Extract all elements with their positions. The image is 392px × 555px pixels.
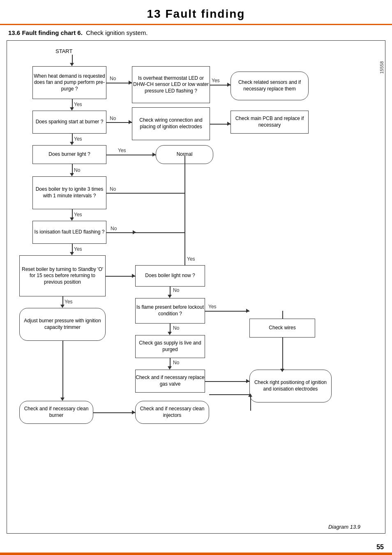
- node-n14: Is flame present before lockout conditio…: [135, 298, 205, 324]
- label-no-n7: No: [74, 167, 80, 173]
- start-label: START: [55, 48, 72, 54]
- label-no-n4: No: [110, 116, 116, 121]
- label-yes-n9: Yes: [74, 212, 82, 217]
- node-n13: Adjust burner pressure with ignition cap…: [19, 308, 106, 341]
- node-n10: Is ionisation fault LED flashing ?: [32, 221, 106, 244]
- section-subtitle: Check ignition system.: [86, 29, 148, 36]
- label-no-n9: No: [110, 186, 116, 192]
- label-yes-n1: Yes: [74, 102, 82, 107]
- node-n17: Check and if necessary replace gas valve: [135, 370, 205, 393]
- side-number: 15558: [379, 61, 384, 74]
- node-n11: Reset boiler by turning to Standby 'O' f…: [19, 255, 106, 296]
- page-number: 55: [376, 543, 384, 551]
- label-no-n12: No: [173, 287, 179, 293]
- label-no-n1: No: [110, 76, 116, 81]
- node-n4: Does sparking start at burner ?: [32, 111, 106, 134]
- node-n3: Check related sensors and if necessary r…: [231, 72, 309, 100]
- label-yes-n14: Yes: [208, 304, 217, 310]
- label-yes-n4: Yes: [74, 136, 82, 142]
- section-title: Fault finding chart 6.: [22, 29, 83, 36]
- node-n19: Check and if necessary clean burner: [19, 401, 93, 424]
- diagram-ref: Diagram 13.9: [328, 524, 360, 530]
- node-n2: Is overheat thermostat LED or DHW-CH sen…: [132, 66, 210, 103]
- section-num: 13.6: [8, 29, 20, 36]
- node-n6: Check main PCB and replace if necessary: [231, 111, 309, 134]
- node-n20: Check and if necessary clean injectors: [135, 401, 209, 424]
- label-no-n14: No: [173, 325, 179, 331]
- page-title: 13 Fault finding: [0, 7, 392, 21]
- label-yes-n11: Yes: [65, 299, 73, 305]
- node-n1: When heat demand is requested does fan a…: [32, 66, 106, 99]
- node-n7: Does burner light ?: [32, 145, 106, 164]
- node-n9: Does boiler try to ignite 3 times with 1…: [32, 176, 106, 209]
- label-no-n10: No: [111, 226, 117, 231]
- label-yes-n12: Yes: [187, 256, 195, 262]
- label-yes-n7: Yes: [118, 148, 126, 153]
- node-n5: Check wiring connection and placing of i…: [132, 107, 210, 140]
- bottom-bar: [0, 553, 392, 555]
- node-n16: Check gas supply is live and purged: [135, 335, 205, 358]
- node-n15: Check wires: [249, 319, 315, 338]
- label-yes-n10: Yes: [74, 246, 82, 252]
- node-n18: Check right positioning of ignition and …: [249, 370, 332, 402]
- diagram-container: 15558 START When heat demand is requeste…: [7, 40, 385, 534]
- page-header: 13 Fault finding: [0, 0, 392, 25]
- node-n12: Does boiler light now ?: [135, 265, 205, 287]
- label-no-n16: No: [173, 360, 179, 365]
- section-header: 13.6 Fault finding chart 6. Check igniti…: [0, 25, 392, 39]
- label-yes-n2: Yes: [212, 78, 220, 83]
